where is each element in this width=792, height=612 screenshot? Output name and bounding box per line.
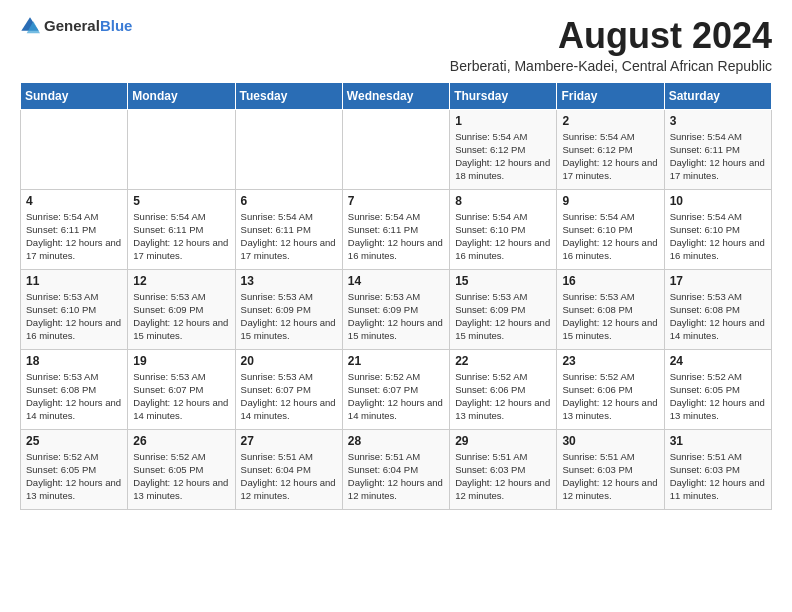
day-number: 6 (241, 194, 337, 208)
day-number: 21 (348, 354, 444, 368)
calendar-cell: 19Sunrise: 5:53 AMSunset: 6:07 PMDayligh… (128, 349, 235, 429)
day-info: Sunrise: 5:54 AMSunset: 6:10 PMDaylight:… (562, 210, 658, 263)
day-info: Sunrise: 5:52 AMSunset: 6:06 PMDaylight:… (562, 370, 658, 423)
day-number: 16 (562, 274, 658, 288)
week-row-3: 11Sunrise: 5:53 AMSunset: 6:10 PMDayligh… (21, 269, 772, 349)
day-info: Sunrise: 5:53 AMSunset: 6:09 PMDaylight:… (455, 290, 551, 343)
day-number: 4 (26, 194, 122, 208)
week-row-5: 25Sunrise: 5:52 AMSunset: 6:05 PMDayligh… (21, 429, 772, 509)
week-row-1: 1Sunrise: 5:54 AMSunset: 6:12 PMDaylight… (21, 109, 772, 189)
day-info: Sunrise: 5:53 AMSunset: 6:08 PMDaylight:… (562, 290, 658, 343)
logo: GeneralBlue (20, 16, 132, 36)
day-info: Sunrise: 5:51 AMSunset: 6:04 PMDaylight:… (241, 450, 337, 503)
day-number: 7 (348, 194, 444, 208)
calendar-cell (342, 109, 449, 189)
day-info: Sunrise: 5:51 AMSunset: 6:03 PMDaylight:… (455, 450, 551, 503)
day-number: 26 (133, 434, 229, 448)
day-number: 19 (133, 354, 229, 368)
calendar-cell: 18Sunrise: 5:53 AMSunset: 6:08 PMDayligh… (21, 349, 128, 429)
day-header-thursday: Thursday (450, 82, 557, 109)
day-number: 23 (562, 354, 658, 368)
title-block: August 2024 Berberati, Mambere-Kadei, Ce… (450, 16, 772, 74)
calendar-cell: 30Sunrise: 5:51 AMSunset: 6:03 PMDayligh… (557, 429, 664, 509)
calendar-cell: 25Sunrise: 5:52 AMSunset: 6:05 PMDayligh… (21, 429, 128, 509)
day-info: Sunrise: 5:51 AMSunset: 6:03 PMDaylight:… (562, 450, 658, 503)
day-info: Sunrise: 5:53 AMSunset: 6:09 PMDaylight:… (241, 290, 337, 343)
day-info: Sunrise: 5:53 AMSunset: 6:07 PMDaylight:… (133, 370, 229, 423)
calendar-cell: 21Sunrise: 5:52 AMSunset: 6:07 PMDayligh… (342, 349, 449, 429)
calendar-cell: 24Sunrise: 5:52 AMSunset: 6:05 PMDayligh… (664, 349, 771, 429)
calendar-cell: 1Sunrise: 5:54 AMSunset: 6:12 PMDaylight… (450, 109, 557, 189)
calendar-cell: 29Sunrise: 5:51 AMSunset: 6:03 PMDayligh… (450, 429, 557, 509)
day-number: 10 (670, 194, 766, 208)
week-row-4: 18Sunrise: 5:53 AMSunset: 6:08 PMDayligh… (21, 349, 772, 429)
day-info: Sunrise: 5:52 AMSunset: 6:07 PMDaylight:… (348, 370, 444, 423)
calendar-cell: 10Sunrise: 5:54 AMSunset: 6:10 PMDayligh… (664, 189, 771, 269)
day-info: Sunrise: 5:53 AMSunset: 6:08 PMDaylight:… (26, 370, 122, 423)
day-header-friday: Friday (557, 82, 664, 109)
calendar-cell: 16Sunrise: 5:53 AMSunset: 6:08 PMDayligh… (557, 269, 664, 349)
calendar-cell: 26Sunrise: 5:52 AMSunset: 6:05 PMDayligh… (128, 429, 235, 509)
logo-text: GeneralBlue (44, 17, 132, 35)
day-info: Sunrise: 5:51 AMSunset: 6:03 PMDaylight:… (670, 450, 766, 503)
day-number: 9 (562, 194, 658, 208)
logo-icon (20, 16, 40, 36)
calendar-cell: 23Sunrise: 5:52 AMSunset: 6:06 PMDayligh… (557, 349, 664, 429)
week-row-2: 4Sunrise: 5:54 AMSunset: 6:11 PMDaylight… (21, 189, 772, 269)
calendar-cell: 3Sunrise: 5:54 AMSunset: 6:11 PMDaylight… (664, 109, 771, 189)
day-info: Sunrise: 5:54 AMSunset: 6:11 PMDaylight:… (670, 130, 766, 183)
day-number: 13 (241, 274, 337, 288)
day-info: Sunrise: 5:54 AMSunset: 6:12 PMDaylight:… (562, 130, 658, 183)
calendar-cell: 15Sunrise: 5:53 AMSunset: 6:09 PMDayligh… (450, 269, 557, 349)
calendar-cell: 2Sunrise: 5:54 AMSunset: 6:12 PMDaylight… (557, 109, 664, 189)
day-number: 2 (562, 114, 658, 128)
day-number: 3 (670, 114, 766, 128)
day-header-sunday: Sunday (21, 82, 128, 109)
day-number: 28 (348, 434, 444, 448)
day-info: Sunrise: 5:53 AMSunset: 6:09 PMDaylight:… (133, 290, 229, 343)
day-number: 22 (455, 354, 551, 368)
day-info: Sunrise: 5:52 AMSunset: 6:05 PMDaylight:… (26, 450, 122, 503)
calendar-cell: 14Sunrise: 5:53 AMSunset: 6:09 PMDayligh… (342, 269, 449, 349)
day-info: Sunrise: 5:53 AMSunset: 6:07 PMDaylight:… (241, 370, 337, 423)
day-info: Sunrise: 5:54 AMSunset: 6:11 PMDaylight:… (133, 210, 229, 263)
day-info: Sunrise: 5:54 AMSunset: 6:11 PMDaylight:… (26, 210, 122, 263)
day-number: 27 (241, 434, 337, 448)
calendar-cell: 5Sunrise: 5:54 AMSunset: 6:11 PMDaylight… (128, 189, 235, 269)
calendar-title: August 2024 (450, 16, 772, 56)
day-number: 1 (455, 114, 551, 128)
day-number: 20 (241, 354, 337, 368)
calendar-cell: 8Sunrise: 5:54 AMSunset: 6:10 PMDaylight… (450, 189, 557, 269)
day-info: Sunrise: 5:54 AMSunset: 6:11 PMDaylight:… (348, 210, 444, 263)
day-number: 12 (133, 274, 229, 288)
day-number: 17 (670, 274, 766, 288)
calendar-cell: 17Sunrise: 5:53 AMSunset: 6:08 PMDayligh… (664, 269, 771, 349)
day-info: Sunrise: 5:54 AMSunset: 6:10 PMDaylight:… (670, 210, 766, 263)
day-number: 11 (26, 274, 122, 288)
calendar-cell: 27Sunrise: 5:51 AMSunset: 6:04 PMDayligh… (235, 429, 342, 509)
calendar-cell: 6Sunrise: 5:54 AMSunset: 6:11 PMDaylight… (235, 189, 342, 269)
day-number: 30 (562, 434, 658, 448)
calendar-cell: 7Sunrise: 5:54 AMSunset: 6:11 PMDaylight… (342, 189, 449, 269)
day-number: 5 (133, 194, 229, 208)
calendar-header: SundayMondayTuesdayWednesdayThursdayFrid… (21, 82, 772, 109)
day-header-saturday: Saturday (664, 82, 771, 109)
calendar-cell: 31Sunrise: 5:51 AMSunset: 6:03 PMDayligh… (664, 429, 771, 509)
day-number: 29 (455, 434, 551, 448)
calendar-subtitle: Berberati, Mambere-Kadei, Central Africa… (450, 58, 772, 74)
calendar-cell: 12Sunrise: 5:53 AMSunset: 6:09 PMDayligh… (128, 269, 235, 349)
day-info: Sunrise: 5:53 AMSunset: 6:09 PMDaylight:… (348, 290, 444, 343)
calendar-cell: 13Sunrise: 5:53 AMSunset: 6:09 PMDayligh… (235, 269, 342, 349)
calendar-cell (128, 109, 235, 189)
day-header-wednesday: Wednesday (342, 82, 449, 109)
day-number: 14 (348, 274, 444, 288)
calendar-cell: 4Sunrise: 5:54 AMSunset: 6:11 PMDaylight… (21, 189, 128, 269)
day-number: 24 (670, 354, 766, 368)
calendar-cell: 28Sunrise: 5:51 AMSunset: 6:04 PMDayligh… (342, 429, 449, 509)
day-number: 15 (455, 274, 551, 288)
day-info: Sunrise: 5:54 AMSunset: 6:12 PMDaylight:… (455, 130, 551, 183)
calendar-cell: 20Sunrise: 5:53 AMSunset: 6:07 PMDayligh… (235, 349, 342, 429)
day-info: Sunrise: 5:53 AMSunset: 6:10 PMDaylight:… (26, 290, 122, 343)
day-info: Sunrise: 5:52 AMSunset: 6:05 PMDaylight:… (670, 370, 766, 423)
day-number: 18 (26, 354, 122, 368)
